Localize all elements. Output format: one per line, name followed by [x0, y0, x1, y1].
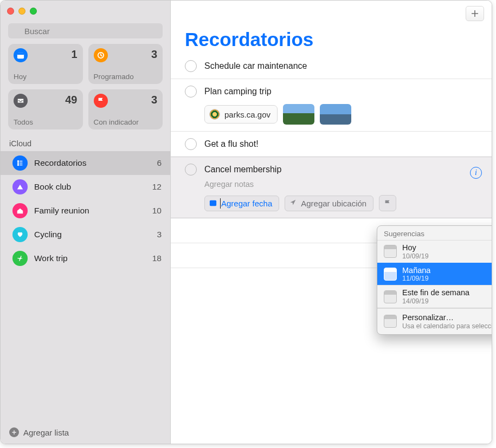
list-count: 6 — [157, 158, 162, 168]
list-name: Cycling — [34, 230, 157, 239]
smart-lists-grid: 1 Hoy 3 Programado 49 — [1, 44, 170, 137]
complete-toggle[interactable] — [185, 86, 197, 98]
add-list-button[interactable]: + Agregar lista — [1, 421, 170, 444]
info-button[interactable]: i — [470, 167, 482, 179]
list-name: Work trip — [34, 254, 152, 263]
smart-list-flagged[interactable]: 3 Con indicador — [88, 89, 163, 129]
calendar-icon — [384, 268, 397, 281]
chip-label: Agregar ubicación — [301, 199, 366, 208]
attached-image-thumb[interactable] — [283, 104, 314, 125]
attached-image-thumb[interactable] — [320, 104, 351, 125]
link-label: parks.ca.gov — [224, 110, 270, 119]
suggestion-sub: 10/09/19 — [402, 252, 429, 260]
svg-point-5 — [17, 160, 18, 161]
search-input[interactable] — [8, 23, 163, 38]
sidebar: 1 Hoy 3 Programado 49 — [1, 1, 171, 444]
calendar-icon — [384, 245, 397, 258]
complete-toggle[interactable] — [185, 138, 197, 150]
tent-icon — [12, 179, 28, 194]
sidebar-item-book-club[interactable]: Book club 12 — [1, 175, 170, 199]
plus-circle-icon: + — [9, 427, 19, 437]
suggestion-custom[interactable]: Personalizar… Usa el calendario para sel… — [377, 308, 492, 334]
reminder-title: Plan camping trip — [204, 87, 482, 96]
reminder-row[interactable]: Plan camping trip parks.ca.gov — [171, 79, 492, 132]
smart-count: 3 — [151, 48, 157, 61]
suggestion-weekend[interactable]: Este fin de semana 14/09/19 — [377, 285, 492, 308]
list-name: Book club — [34, 182, 152, 192]
location-icon — [289, 199, 297, 207]
add-reminder-button[interactable] — [466, 6, 484, 21]
calendar-icon — [384, 290, 397, 303]
chip-label: Agregar fecha — [221, 199, 272, 208]
window-titlebar — [1, 1, 170, 21]
reminder-title: Schedule car maintenance — [204, 61, 482, 71]
svg-rect-13 — [210, 200, 216, 206]
favicon-icon — [209, 109, 220, 120]
list-name: Recordatorios — [34, 158, 157, 168]
smart-list-all[interactable]: 49 Todos — [8, 89, 83, 129]
suggestion-tomorrow[interactable]: Mañana 11/09/19 — [377, 263, 492, 285]
smart-count: 49 — [65, 94, 77, 106]
date-suggestions-popover: Sugerencias Hoy 10/09/19 Mañana 11/09/19 — [377, 225, 492, 335]
minimize-window-button[interactable] — [18, 8, 25, 15]
svg-point-6 — [17, 163, 18, 164]
suggestion-title: Personalizar… — [402, 313, 492, 322]
suggestion-title: Hoy — [402, 243, 429, 252]
calendar-icon — [209, 199, 217, 208]
inbox-icon — [14, 94, 28, 108]
suggestion-title: Este fin de semana — [402, 288, 469, 297]
reminder-title: Cancel membership — [204, 165, 462, 174]
list-icon — [12, 155, 28, 171]
reminder-row[interactable]: Schedule car maintenance — [171, 54, 492, 79]
smart-count: 3 — [151, 94, 157, 106]
smart-label: Programado — [94, 73, 158, 81]
sidebar-lists: Recordatorios 6 Book club 12 Family reun… — [1, 151, 170, 421]
list-count: 10 — [152, 206, 162, 216]
smart-list-scheduled[interactable]: 3 Programado — [88, 44, 163, 84]
complete-toggle[interactable] — [185, 164, 197, 176]
notes-placeholder[interactable]: Agregar notas — [185, 180, 482, 189]
main-pane: Recordatorios Schedule car maintenance P… — [171, 1, 492, 444]
reminder-row-editing[interactable]: Cancel membership i Agregar notas Agrega… — [171, 157, 492, 218]
maximize-window-button[interactable] — [30, 8, 37, 15]
suggestion-today[interactable]: Hoy 10/09/19 — [377, 240, 492, 263]
add-location-chip[interactable]: Agregar ubicación — [285, 196, 373, 211]
flag-chip[interactable] — [379, 195, 396, 211]
app-window: 1 Hoy 3 Programado 49 — [0, 0, 492, 444]
suggestion-sub: 11/09/19 — [402, 275, 430, 282]
list-count: 18 — [152, 254, 162, 263]
suggestion-sub: Usa el calendario para seleccio… — [402, 322, 492, 330]
smart-list-today[interactable]: 1 Hoy — [8, 44, 83, 84]
add-list-label: Agregar lista — [23, 428, 69, 437]
smart-label: Hoy — [14, 73, 78, 81]
list-count: 3 — [157, 230, 162, 239]
calendar-icon — [14, 48, 28, 62]
add-date-chip[interactable]: Agregar fecha — [204, 196, 279, 211]
close-window-button[interactable] — [7, 8, 14, 15]
page-title: Recordatorios — [171, 21, 492, 54]
complete-toggle[interactable] — [185, 60, 197, 72]
smart-label: Con indicador — [94, 118, 158, 126]
clock-icon — [94, 48, 108, 62]
plane-icon — [12, 251, 28, 266]
attached-link[interactable]: parks.ca.gov — [204, 105, 278, 124]
svg-point-7 — [17, 164, 18, 165]
reminder-title: Get a flu shot! — [204, 139, 482, 149]
sidebar-item-work-trip[interactable]: Work trip 18 — [1, 246, 170, 270]
list-name: Family reunion — [34, 206, 152, 216]
smart-count: 1 — [71, 48, 77, 61]
home-icon — [12, 203, 28, 218]
popover-header: Sugerencias — [377, 226, 492, 240]
sidebar-item-recordatorios[interactable]: Recordatorios 6 — [1, 151, 170, 175]
smart-label: Todos — [14, 118, 78, 126]
reminder-row[interactable]: Get a flu shot! — [171, 132, 492, 157]
flag-icon — [94, 94, 108, 108]
calendar-icon — [384, 315, 397, 328]
suggestion-title: Mañana — [402, 266, 430, 275]
sidebar-item-cycling[interactable]: Cycling 3 — [1, 223, 170, 246]
sidebar-section-label: iCloud — [1, 137, 170, 151]
sidebar-item-family-reunion[interactable]: Family reunion 10 — [1, 199, 170, 223]
heart-icon — [12, 227, 28, 242]
list-count: 12 — [152, 182, 162, 192]
suggestion-sub: 14/09/19 — [402, 297, 469, 305]
